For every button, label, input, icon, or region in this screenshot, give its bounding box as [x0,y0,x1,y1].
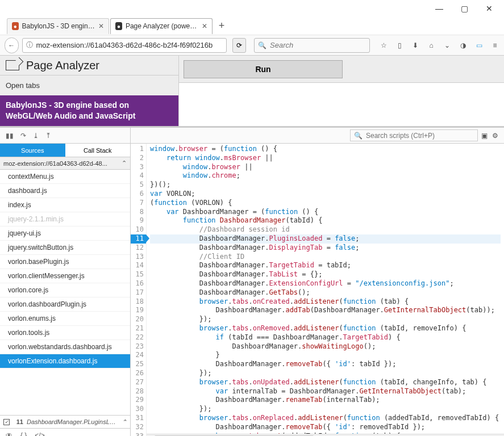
script-search-input[interactable] [366,132,474,140]
line-number[interactable]: 32 [131,423,146,432]
search-input[interactable] [270,41,366,49]
line-number[interactable]: 7 [131,199,146,208]
line-number[interactable]: 15 [131,270,146,279]
step-over-button[interactable]: ↷ [20,132,26,140]
run-button[interactable]: Run [184,60,343,78]
line-number[interactable]: 24 [131,351,146,360]
maximize-button[interactable]: ▢ [452,1,477,16]
tab-close-button[interactable]: ✕ [202,22,207,30]
source-file-item[interactable]: vorlon.core.js [0,283,130,297]
source-file-item[interactable]: vorlon.webstandards.dashboard.js [0,340,130,354]
code-line[interactable]: window.browser = (function () { [150,145,501,154]
selected-page-tab[interactable]: BabylonJS - 3D engine based on WebGL/Web… [0,95,178,126]
line-number[interactable]: 16 [131,279,146,288]
code-line[interactable]: DashboardManager.PluginsLoaded = false; [150,234,501,244]
browser-tab[interactable]: ●BabylonJS - 3D engine bas...✕ [7,18,109,34]
line-number[interactable]: 2 [131,154,146,163]
search-bar[interactable]: 🔍 [254,38,370,53]
toggle-eye-button[interactable]: 👁 [6,431,13,436]
line-number[interactable]: 4 [131,171,146,181]
new-tab-button[interactable]: + [214,20,230,32]
line-number[interactable]: 29 [131,396,146,405]
source-file-item[interactable]: jquery-2.1.1.min.js [0,212,130,227]
line-number[interactable]: 26 [131,369,146,378]
line-number[interactable]: 30 [131,405,146,414]
line-number[interactable]: 14 [131,261,146,270]
code-line[interactable]: browser.tabs.onCreated.addListener(funct… [150,297,501,307]
code-line[interactable]: DashboardManager.removeTab({ 'id': remov… [150,423,501,432]
reload-button[interactable]: ⟳ [232,38,247,53]
line-number[interactable]: 8 [131,208,146,217]
code-editor[interactable]: 1234567891011121314151617181920212223242… [131,144,504,436]
code-line[interactable]: DashboardManager.TargetTabid = tabId; [150,261,501,270]
source-file-item[interactable]: jquery-ui.js [0,227,130,241]
sidebar-tab[interactable]: Call Stack [65,144,131,157]
line-number[interactable]: 6 [131,190,146,199]
line-number[interactable]: 13 [131,253,146,262]
source-file-item[interactable]: vorlon.tools.js [0,326,130,340]
code-line[interactable]: function DashboardManager(tabId) { [150,216,501,225]
source-file-item[interactable]: vorlon.dashboardPlugin.js [0,297,130,312]
pocket-icon[interactable]: ⌄ [443,41,452,50]
line-number[interactable]: 21 [131,324,146,333]
pretty-print-button[interactable]: { } [20,431,27,436]
line-gutter[interactable]: 1234567891011121314151617181920212223242… [131,144,147,436]
code-line[interactable]: DashboardManager.renameTab(internalTab); [150,396,501,405]
code-line[interactable]: var DashboardManager = (function () { [150,208,501,217]
extension-icon[interactable]: ◑ [459,41,468,50]
code-line[interactable]: DashboardManager.DisplayingTab = false; [150,244,501,253]
bookmark-icon[interactable]: ☆ [379,41,388,50]
code-line[interactable]: DashboardManager.TabList = {}; [150,270,501,279]
line-number[interactable]: 23 [131,342,146,351]
line-number[interactable]: 22 [131,333,146,342]
line-number[interactable]: 17 [131,288,146,297]
code-line[interactable]: //Client ID [150,253,501,262]
line-number[interactable]: 31 [131,414,146,423]
browser-tab[interactable]: ●Page Analyzer (powered b...✕ [110,18,213,34]
menu-icon[interactable]: ≡ [490,41,499,50]
code-line[interactable]: DashboardManager.GetTabs(); [150,288,501,297]
url-bar[interactable]: ⓘ moz-extension://61a04363-d62d-486c-b2f… [22,38,227,53]
source-file-item[interactable]: vorlon.clientMessenger.js [0,269,130,283]
code-line[interactable]: browser.tabs.onRemoved.addListener(funct… [150,324,501,333]
pause-button[interactable]: ▮▮ [6,132,14,140]
line-number[interactable]: 11 [131,234,146,244]
close-button[interactable]: ✕ [477,1,502,16]
breakpoint-checkbox[interactable]: ✓ [3,419,10,425]
script-search-box[interactable]: 🔍 [350,129,478,141]
sidebar-tab[interactable]: Sources [0,144,65,157]
code-line[interactable]: })(); [150,181,501,190]
line-number[interactable]: 3 [131,163,146,172]
code-content[interactable]: window.browser = (function () { return w… [147,144,504,436]
minimize-button[interactable]: — [427,1,452,16]
download-icon[interactable]: ⬇ [411,41,420,50]
code-line[interactable]: }); [150,369,501,378]
line-number[interactable]: 5 [131,181,146,190]
info-icon[interactable]: ⓘ [26,40,33,50]
home-icon[interactable]: ⌂ [427,41,436,50]
code-line[interactable]: browser.tabs.onReplaced.addListener(func… [150,414,501,423]
toggle-pane-button[interactable]: ▣ [481,132,488,140]
code-line[interactable]: //Dashboard session id [150,225,501,234]
code-line[interactable]: }); [150,405,501,414]
source-file-item[interactable]: vorlon.basePlugin.js [0,255,130,269]
code-line[interactable]: window.chrome; [150,171,501,181]
back-button[interactable]: ← [5,37,19,53]
source-file-item[interactable]: jquery.switchButton.js [0,241,130,255]
line-number[interactable]: 12 [131,244,146,253]
line-number[interactable]: 33 [131,432,146,437]
line-number[interactable]: 18 [131,297,146,307]
responsive-icon[interactable]: ▭ [474,41,484,50]
step-out-button[interactable]: ⤒ [45,132,51,140]
library-icon[interactable]: ▯ [395,41,404,50]
line-number[interactable]: 25 [131,360,146,369]
line-number[interactable]: 27 [131,378,146,387]
line-number[interactable]: 28 [131,387,146,396]
code-line[interactable]: DashboardManager.removeTab({ 'id': tabId… [150,360,501,369]
line-number[interactable]: 19 [131,306,146,315]
source-file-item[interactable]: index.js [0,198,130,212]
horizontal-scrollbar[interactable]: ◂ ▸ [147,434,504,436]
code-line[interactable]: }); [150,315,501,324]
code-line[interactable]: browser.tabs.onUpdated.addListener(funct… [150,378,501,387]
code-line[interactable]: DashboardManager.showWaitingLogo(); [150,342,501,351]
